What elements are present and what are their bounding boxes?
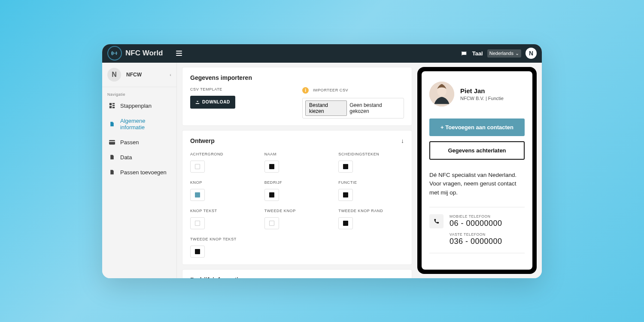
svg-point-0 [115, 53, 116, 54]
color-field: TWEEDE KNOP [264, 209, 330, 229]
language-label: Taal [472, 50, 483, 57]
card-company: Bedrijfsinformatie ↓ BEDRIJF [182, 269, 412, 278]
file-status: Geen bestand gekozen [349, 102, 401, 114]
color-field: SCHEIDINGSTEKEN [338, 152, 404, 173]
download-icon [195, 100, 200, 105]
brand-logo-icon [107, 46, 122, 61]
color-field: ACHTERGROND [190, 152, 256, 173]
download-label: DOWNLOAD [202, 100, 230, 104]
preview-name: Piet Jan [460, 87, 504, 94]
field-label: SCHEIDINGSTEKEN [338, 152, 404, 156]
nav-item-passen[interactable]: Passen [102, 135, 176, 150]
svg-rect-7 [109, 140, 115, 145]
svg-rect-6 [112, 107, 115, 109]
user-avatar-top[interactable]: N [526, 48, 537, 59]
color-field: TWEEDE KNOP TEKST [190, 237, 256, 258]
card-import: Gegevens importeren CSV TEMPLATE DOWNLOA… [182, 67, 412, 126]
color-swatch[interactable] [190, 246, 205, 258]
svg-rect-5 [109, 106, 112, 108]
color-swatch[interactable] [190, 161, 205, 173]
color-swatch[interactable] [190, 189, 205, 201]
card-title: Ontwerp [190, 137, 215, 144]
field-label: CSV TEMPLATE [190, 87, 292, 91]
add-contact-button[interactable]: + Toevoegen aan contacten [429, 118, 525, 136]
nav-label: Data [120, 154, 132, 161]
field-label: KNOP TEKST [190, 209, 256, 213]
nav-label: Passen [120, 139, 139, 146]
color-field: KNOP [190, 180, 256, 201]
file-icon [109, 121, 115, 127]
grid-icon [109, 103, 115, 109]
color-field: FUNCTIE [338, 180, 404, 201]
card-title: Bedrijfsinformatie [190, 276, 242, 278]
app-window: NFC World Taal Nederlands ⌄ N N NFCW ‹ N… [102, 44, 542, 278]
language-selected: Nederlands [489, 51, 513, 56]
color-swatch[interactable] [264, 217, 279, 229]
color-swatch[interactable] [264, 189, 279, 201]
leave-details-button[interactable]: Gegevens achterlaten [429, 141, 525, 160]
chevron-down-icon: ⌄ [515, 51, 519, 56]
contact-item[interactable]: MOBIELE TELEFOON06 - 00000000 [450, 214, 525, 228]
contact-label: VASTE TELEFOON [450, 232, 525, 237]
topbar: NFC World Taal Nederlands ⌄ N [102, 44, 542, 63]
field-label: TWEEDE KNOP [264, 209, 330, 213]
color-swatch[interactable] [190, 217, 205, 229]
preview-avatar [429, 82, 454, 106]
contact-value: 036 - 0000000 [450, 237, 525, 246]
contact-label: MOBIELE TELEFOON [450, 214, 525, 219]
field-label: TWEEDE KNOP TEKST [190, 237, 256, 241]
nav-item-passen-toevoegen[interactable]: Passen toevoegen [102, 165, 176, 180]
field-label: NAAM [264, 152, 330, 156]
contact-item[interactable]: VASTE TELEFOON036 - 0000000 [450, 232, 525, 246]
preview-description: Dé NFC specialist van Nederland. Voor vr… [429, 171, 525, 198]
color-swatch[interactable] [264, 161, 279, 173]
menu-toggle-icon[interactable] [176, 51, 182, 56]
svg-rect-8 [109, 141, 115, 142]
color-swatch[interactable] [338, 189, 353, 201]
collapse-icon[interactable]: ↓ [401, 276, 404, 278]
color-field: TWEEDE KNOP RAND [338, 209, 404, 229]
brand-name: NFC World [125, 49, 163, 58]
nav-item-algemene-informatie[interactable]: Algemene informatie [102, 113, 176, 135]
nav-label: Stappenplan [120, 103, 152, 109]
card-design: Ontwerp ↓ ACHTERGRONDNAAMSCHEIDINGSTEKEN… [182, 130, 412, 265]
svg-rect-2 [109, 103, 112, 105]
color-swatch[interactable] [338, 161, 353, 173]
file-input[interactable]: Bestand kiezen Geen bestand gekozen [302, 98, 404, 118]
brand: NFC World [107, 46, 163, 61]
contact-value: 06 - 00000000 [450, 219, 525, 228]
phone-icon [429, 214, 444, 228]
field-label: KNOP [190, 180, 256, 185]
collapse-icon[interactable]: ↓ [401, 137, 404, 144]
color-field: KNOP TEKST [190, 209, 256, 229]
divider [429, 253, 525, 253]
nav-label: Algemene informatie [120, 118, 171, 131]
main-content: Gegevens importeren CSV TEMPLATE DOWNLOA… [177, 63, 542, 278]
nav-item-data[interactable]: Data [102, 150, 176, 165]
field-label: IMPORTEER CSV [313, 88, 348, 92]
color-field: BEDRIJF [264, 180, 330, 201]
svg-rect-4 [112, 105, 115, 106]
sidebar-collapse-icon[interactable]: ‹ [170, 72, 171, 77]
flag-icon [461, 51, 468, 56]
nav-heading: Navigatie [102, 87, 176, 98]
sidebar-user[interactable]: N NFCW ‹ [102, 63, 176, 87]
nav-label: Passen toevoegen [120, 169, 167, 176]
choose-file-button[interactable]: Bestand kiezen [305, 100, 347, 116]
card-title: Gegevens importeren [190, 74, 404, 81]
info-icon[interactable]: i [302, 87, 309, 94]
field-label: TWEEDE KNOP RAND [338, 209, 404, 213]
field-label: BEDRIJF [264, 180, 330, 185]
language-select[interactable]: Nederlands ⌄ [487, 49, 521, 58]
nav-item-stappenplan[interactable]: Stappenplan [102, 98, 176, 113]
svg-rect-3 [112, 103, 115, 104]
sidebar-avatar: N [107, 68, 121, 82]
svg-rect-1 [462, 51, 462, 55]
color-swatch[interactable] [338, 217, 353, 229]
preview-phone: Piet Jan NFCW B.V. | Functie + Toevoegen… [417, 67, 537, 274]
file-icon [109, 169, 115, 175]
color-field: NAAM [264, 152, 330, 173]
sidebar: N NFCW ‹ Navigatie Stappenplan Algemene … [102, 63, 177, 278]
card-icon [109, 139, 115, 145]
download-button[interactable]: DOWNLOAD [190, 96, 235, 109]
